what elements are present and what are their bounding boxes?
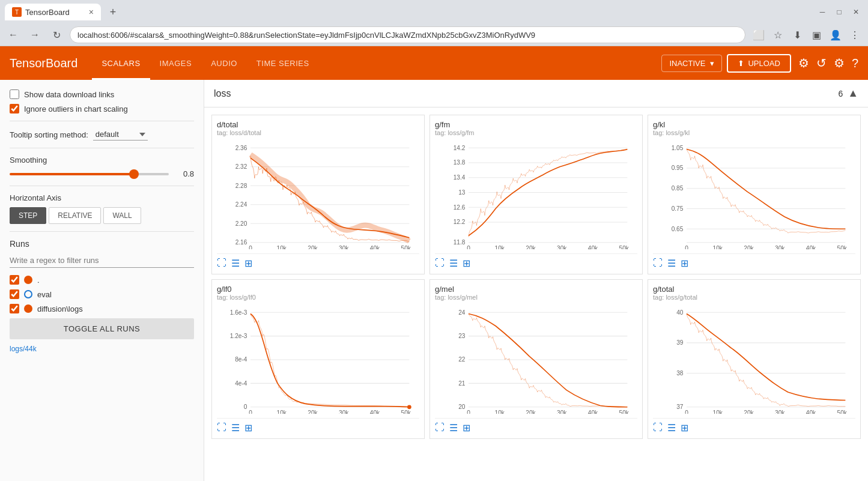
svg-text:20k: 20k (744, 245, 754, 249)
expand-icon[interactable]: ⛶ (435, 422, 445, 434)
expand-icon[interactable]: ⛶ (653, 258, 663, 269)
expand-icon[interactable]: ⛶ (217, 258, 226, 269)
inactive-label: INACTIVE (669, 59, 705, 68)
download-chart-icon[interactable]: ⊞ (244, 422, 252, 434)
svg-text:4e-4: 4e-4 (235, 380, 247, 387)
svg-text:40k: 40k (370, 245, 380, 249)
svg-text:40k: 40k (370, 410, 380, 414)
upload-button[interactable]: ⬆ UPLOAD (727, 54, 791, 73)
address-bar[interactable] (70, 26, 745, 43)
nav-audio[interactable]: AUDIO (201, 46, 247, 80)
data-icon[interactable]: ☰ (667, 258, 676, 269)
data-icon[interactable]: ☰ (667, 422, 676, 434)
help-icon[interactable]: ? (852, 56, 858, 70)
run-color-dot (24, 276, 32, 284)
loss-section-header: loss 6 ▲ (204, 80, 868, 107)
data-icon[interactable]: ☰ (231, 258, 240, 269)
svg-text:10k: 10k (713, 410, 723, 414)
bookmark-button[interactable]: ☆ (769, 26, 786, 43)
svg-text:10k: 10k (495, 245, 505, 249)
svg-text:11.8: 11.8 (454, 239, 466, 246)
haxis-label: Horizontal Axis (10, 193, 194, 202)
svg-text:2.20: 2.20 (235, 220, 247, 227)
back-button[interactable]: ← (5, 26, 22, 43)
nav-time-series[interactable]: TIME SERIES (247, 46, 319, 80)
section-title: loss (214, 88, 838, 99)
nav-scalars[interactable]: SCALARS (92, 46, 150, 80)
svg-text:30k: 30k (339, 245, 349, 249)
nav-images[interactable]: IMAGES (150, 46, 202, 80)
close-button[interactable]: ✕ (849, 5, 863, 19)
toggle-all-button[interactable]: TOGGLE ALL RUNS (10, 318, 194, 339)
svg-text:50k: 50k (837, 245, 848, 249)
settings-icon[interactable]: ⚙ (798, 56, 809, 70)
svg-text:24: 24 (458, 309, 466, 316)
run-checkbox-dot[interactable] (10, 275, 19, 285)
new-tab-button[interactable]: + (105, 4, 121, 20)
ignore-outliers-checkbox[interactable] (10, 104, 19, 113)
svg-text:2.16: 2.16 (235, 239, 247, 246)
svg-text:20k: 20k (526, 410, 536, 414)
chart-svg-g-total: 40 39 38 37 0 10k 20k 30k 40k 50k (653, 306, 855, 414)
chart-svg-d-total: 2.36 2.32 2.28 2.24 2.20 2.16 0 10k 20k … (217, 141, 419, 249)
expand-icon[interactable]: ⛶ (217, 422, 226, 434)
svg-text:21: 21 (458, 380, 466, 387)
download-chart-icon[interactable]: ⊞ (244, 258, 252, 269)
profile-button[interactable]: 👤 (827, 26, 844, 43)
forward-button[interactable]: → (26, 26, 43, 43)
svg-text:40k: 40k (806, 245, 816, 249)
haxis-buttons: STEP RELATIVE WALL (10, 207, 194, 224)
refresh-icon[interactable]: ↺ (816, 56, 827, 70)
smoothing-slider[interactable] (10, 173, 169, 175)
svg-text:38: 38 (676, 370, 684, 377)
haxis-step-button[interactable]: STEP (10, 207, 46, 224)
expand-icon[interactable]: ⛶ (653, 422, 663, 434)
expand-icon[interactable]: ⛶ (435, 258, 445, 269)
url-input[interactable] (77, 31, 738, 40)
minimize-button[interactable]: ─ (815, 5, 830, 19)
haxis-relative-button[interactable]: RELATIVE (49, 207, 101, 224)
download-chart-icon[interactable]: ⊞ (681, 422, 688, 434)
tab-view-button[interactable]: ▣ (808, 26, 825, 43)
gear-icon[interactable]: ⚙ (834, 56, 845, 70)
menu-button[interactable]: ⋮ (846, 26, 863, 43)
svg-text:40k: 40k (588, 410, 598, 414)
runs-filter-input[interactable] (10, 253, 194, 268)
main-content: loss 6 ▲ d/total tag: loss/d/total (204, 80, 868, 481)
run-checkbox-eval[interactable] (10, 289, 19, 299)
chart-title-g-fm: g/fm (435, 120, 637, 129)
ignore-outliers-label[interactable]: Ignore outliers in chart scaling (24, 104, 128, 113)
tooltip-select[interactable]: default descending ascending nearest (93, 129, 148, 141)
chart-actions-g-total: ⛶ ☰ ⊞ (653, 418, 855, 434)
svg-text:13.4: 13.4 (454, 174, 466, 181)
data-icon[interactable]: ☰ (231, 422, 240, 434)
data-icon[interactable]: ☰ (449, 422, 458, 434)
svg-text:20k: 20k (744, 410, 754, 414)
inactive-button[interactable]: INACTIVE ▾ (661, 55, 722, 72)
maximize-button[interactable]: □ (832, 5, 846, 19)
download-chart-icon[interactable]: ⊞ (463, 258, 470, 269)
chart-svg-g-mel: 24 23 22 21 20 0 10k 20k 30k 40k 50k (435, 306, 637, 414)
run-checkbox-diffusion[interactable] (10, 304, 19, 313)
download-chart-icon[interactable]: ⊞ (463, 422, 470, 434)
svg-text:40k: 40k (588, 245, 598, 249)
show-download-label[interactable]: Show data download links (24, 90, 114, 99)
browser-tab[interactable]: T TensorBoard × (5, 4, 101, 20)
tab-close-button[interactable]: × (89, 7, 94, 17)
haxis-wall-button[interactable]: WALL (103, 207, 141, 224)
download-button[interactable]: ⬇ (789, 26, 806, 43)
extensions-button[interactable]: ⬜ (750, 26, 767, 43)
download-chart-icon[interactable]: ⊞ (681, 258, 688, 269)
collapse-icon[interactable]: ▲ (848, 87, 858, 100)
run-label-eval: eval (37, 290, 52, 299)
logs-link[interactable]: logs/44k (10, 345, 37, 353)
smoothing-value: 0.8 (176, 169, 194, 178)
data-icon[interactable]: ☰ (449, 258, 458, 269)
svg-text:14.2: 14.2 (454, 145, 466, 151)
svg-text:50k: 50k (401, 410, 411, 414)
svg-text:0.75: 0.75 (672, 205, 684, 212)
show-download-checkbox[interactable] (10, 89, 19, 99)
refresh-button[interactable]: ↻ (48, 26, 65, 43)
tensorboard-header: TensorBoard SCALARS IMAGES AUDIO TIME SE… (0, 46, 868, 80)
chart-actions-g-mel: ⛶ ☰ ⊞ (435, 418, 637, 434)
